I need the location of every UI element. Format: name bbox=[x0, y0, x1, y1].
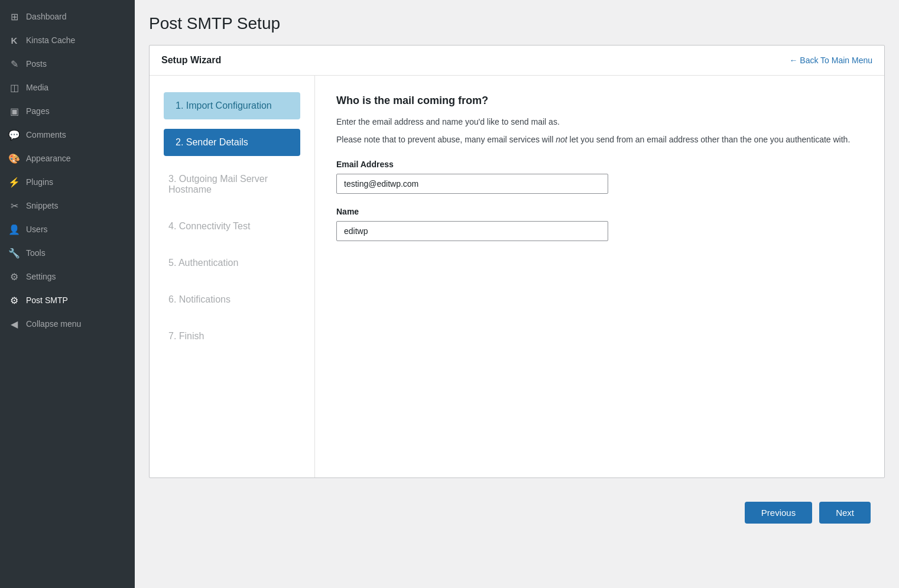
main-content: Post SMTP Setup Setup Wizard ← Back To M… bbox=[135, 0, 899, 588]
sidebar-label-appearance: Appearance bbox=[26, 154, 71, 163]
snippets-icon: ✂ bbox=[8, 200, 20, 212]
setup-wizard-title: Setup Wizard bbox=[161, 55, 221, 66]
posts-icon: ✎ bbox=[8, 58, 20, 70]
sidebar-label-kinsta-cache: Kinsta Cache bbox=[26, 35, 75, 45]
sidebar-item-users[interactable]: 👤 Users bbox=[0, 217, 135, 241]
sidebar-item-appearance[interactable]: 🎨 Appearance bbox=[0, 147, 135, 170]
form-desc2-prefix: Please note that to prevent abuse, many … bbox=[336, 135, 556, 144]
sidebar-label-pages: Pages bbox=[26, 106, 50, 116]
sidebar-item-collapse-menu[interactable]: ◀ Collapse menu bbox=[0, 312, 135, 336]
form-desc2-italic: not bbox=[556, 135, 567, 144]
card-body: 1. Import Configuration 2. Sender Detail… bbox=[150, 76, 884, 477]
back-to-main-menu-link[interactable]: ← Back To Main Menu bbox=[789, 56, 872, 65]
sidebar-item-comments[interactable]: 💬 Comments bbox=[0, 123, 135, 147]
kinsta-icon: K bbox=[8, 34, 20, 46]
appearance-icon: 🎨 bbox=[8, 152, 20, 164]
next-button[interactable]: Next bbox=[819, 502, 871, 524]
step-1-label: 1. Import Configuration bbox=[176, 100, 272, 111]
sidebar-item-kinsta-cache[interactable]: K Kinsta Cache bbox=[0, 28, 135, 52]
sidebar-item-posts[interactable]: ✎ Posts bbox=[0, 52, 135, 76]
sidebar-label-posts: Posts bbox=[26, 59, 47, 69]
sidebar-label-snippets: Snippets bbox=[26, 201, 58, 210]
step-4-label: 4. Connectivity Test bbox=[168, 221, 250, 231]
bottom-nav: Previous Next bbox=[149, 490, 885, 535]
step-3-label: 3. Outgoing Mail Server Hostname bbox=[168, 174, 268, 194]
step-4-button[interactable]: 4. Connectivity Test bbox=[164, 213, 300, 240]
plugins-icon: ⚡ bbox=[8, 176, 20, 188]
sidebar-item-media[interactable]: ◫ Media bbox=[0, 76, 135, 99]
sidebar-label-post-smtp: Post SMTP bbox=[26, 295, 68, 305]
step-finish[interactable]: 7. Finish bbox=[164, 323, 300, 350]
step-7-label: 7. Finish bbox=[168, 331, 204, 341]
step-2-label: 2. Sender Details bbox=[176, 137, 248, 147]
media-icon: ◫ bbox=[8, 82, 20, 93]
sidebar-label-dashboard: Dashboard bbox=[26, 12, 67, 21]
step-7-button[interactable]: 7. Finish bbox=[164, 323, 300, 350]
email-label: Email Address bbox=[336, 160, 863, 169]
sidebar-item-plugins[interactable]: ⚡ Plugins bbox=[0, 170, 135, 194]
sidebar-label-users: Users bbox=[26, 225, 48, 234]
name-input[interactable] bbox=[336, 221, 608, 241]
sidebar-label-tools: Tools bbox=[26, 248, 46, 258]
form-panel: Who is the mail coming from? Enter the e… bbox=[315, 76, 884, 477]
sidebar-label-collapse-menu: Collapse menu bbox=[26, 319, 81, 329]
page-title: Post SMTP Setup bbox=[149, 14, 885, 33]
settings-icon: ⚙ bbox=[8, 271, 20, 282]
comments-icon: 💬 bbox=[8, 129, 20, 141]
step-notifications[interactable]: 6. Notifications bbox=[164, 286, 300, 313]
step-1-button[interactable]: 1. Import Configuration bbox=[164, 92, 300, 119]
step-2-button[interactable]: 2. Sender Details bbox=[164, 129, 300, 156]
pages-icon: ▣ bbox=[8, 105, 20, 117]
sidebar-item-dashboard[interactable]: ⊞ Dashboard bbox=[0, 5, 135, 28]
step-5-button[interactable]: 5. Authentication bbox=[164, 249, 300, 277]
name-label: Name bbox=[336, 207, 863, 216]
collapse-icon: ◀ bbox=[8, 318, 20, 330]
sidebar-item-post-smtp[interactable]: ⚙ Post SMTP bbox=[0, 288, 135, 312]
step-outgoing-mail[interactable]: 3. Outgoing Mail Server Hostname bbox=[164, 165, 300, 203]
users-icon: 👤 bbox=[8, 223, 20, 235]
step-3-button[interactable]: 3. Outgoing Mail Server Hostname bbox=[164, 165, 300, 203]
steps-panel: 1. Import Configuration 2. Sender Detail… bbox=[150, 76, 315, 477]
sidebar-item-tools[interactable]: 🔧 Tools bbox=[0, 241, 135, 265]
step-authentication[interactable]: 5. Authentication bbox=[164, 249, 300, 277]
sidebar-item-snippets[interactable]: ✂ Snippets bbox=[0, 194, 135, 217]
sidebar-item-settings[interactable]: ⚙ Settings bbox=[0, 265, 135, 288]
form-description-2: Please note that to prevent abuse, many … bbox=[336, 133, 863, 146]
step-6-label: 6. Notifications bbox=[168, 294, 231, 304]
sidebar-label-comments: Comments bbox=[26, 130, 66, 139]
previous-button[interactable]: Previous bbox=[745, 502, 812, 524]
sidebar-label-plugins: Plugins bbox=[26, 177, 53, 187]
card-header: Setup Wizard ← Back To Main Menu bbox=[150, 46, 884, 76]
step-6-button[interactable]: 6. Notifications bbox=[164, 286, 300, 313]
email-input[interactable] bbox=[336, 174, 608, 194]
dashboard-icon: ⊞ bbox=[8, 11, 20, 22]
sidebar-item-pages[interactable]: ▣ Pages bbox=[0, 99, 135, 123]
post-smtp-icon: ⚙ bbox=[8, 294, 20, 306]
step-sender-details[interactable]: 2. Sender Details bbox=[164, 129, 300, 156]
form-heading: Who is the mail coming from? bbox=[336, 95, 863, 107]
sidebar-label-media: Media bbox=[26, 83, 48, 92]
sidebar: ⊞ Dashboard K Kinsta Cache ✎ Posts ◫ Med… bbox=[0, 0, 135, 588]
step-5-label: 5. Authentication bbox=[168, 258, 238, 268]
step-connectivity-test[interactable]: 4. Connectivity Test bbox=[164, 213, 300, 240]
step-import-config[interactable]: 1. Import Configuration bbox=[164, 92, 300, 119]
form-description-1: Enter the email address and name you'd l… bbox=[336, 115, 863, 128]
tools-icon: 🔧 bbox=[8, 247, 20, 259]
form-desc2-suffix: let you send from an email address other… bbox=[567, 135, 851, 144]
setup-wizard-card: Setup Wizard ← Back To Main Menu 1. Impo… bbox=[149, 45, 885, 478]
sidebar-label-settings: Settings bbox=[26, 272, 56, 281]
